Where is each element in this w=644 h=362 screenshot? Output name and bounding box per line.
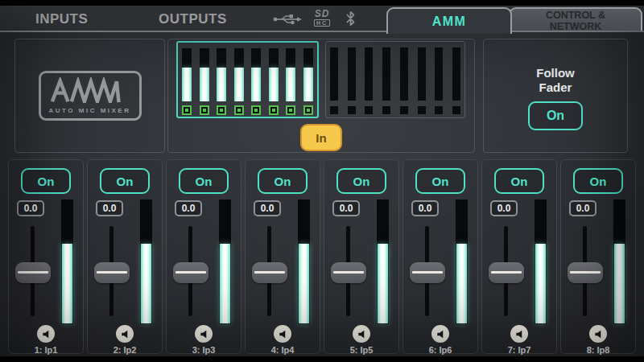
follow-fader-on-button[interactable]: On [528, 101, 583, 130]
gate-open-indicator [269, 105, 279, 115]
amm-meter-bar [200, 48, 209, 101]
control-tab-line1: CONTROL & [546, 10, 605, 21]
follow-fader-label: Follow Fader [484, 66, 627, 95]
channel-label: 6: Ip6 [403, 345, 477, 355]
channel-fader-handle[interactable] [410, 262, 445, 283]
channel-fader-handle[interactable] [331, 262, 366, 283]
amm-meters-panel: In [167, 39, 475, 153]
auto-mic-mixer-logo: AUTO MIC MIXER [39, 71, 142, 121]
gate-off-indicator [365, 106, 373, 114]
mixer-screen: INPUTS OUTPUTS SD HC [0, 6, 644, 356]
channel-gain-value[interactable]: 0.0 [96, 200, 123, 216]
amm-meter-bar-inactive [400, 47, 408, 101]
amm-logo-glyph [48, 77, 132, 103]
speaker-icon[interactable] [116, 325, 134, 343]
channel-fader-handle[interactable] [94, 262, 130, 283]
usb-icon [272, 13, 303, 28]
gate-off-indicator [348, 106, 356, 114]
gate-open-indicator [303, 105, 313, 115]
amm-inactive-meters [325, 41, 465, 118]
follow-fader-line1: Follow [536, 66, 575, 80]
channel-level-meter [61, 200, 73, 324]
amm-meter-bar-inactive [348, 47, 356, 101]
gate-open-indicator [286, 105, 295, 115]
channel-level-meter [219, 200, 231, 324]
gate-open-indicator [251, 105, 261, 115]
amm-in-button[interactable]: In [300, 124, 342, 151]
tab-amm[interactable]: AMM [386, 7, 512, 34]
channel-gain-value[interactable]: 0.0 [490, 200, 518, 216]
channel-strip-5: On 0.0 5: Ip5 [324, 159, 399, 354]
channel-label: 3: Ip3 [167, 345, 241, 355]
channel-level-meter [140, 200, 152, 324]
gate-open-indicator [234, 105, 244, 115]
channel-label: 5: Ip5 [324, 345, 398, 355]
channel-level-meter [377, 200, 389, 324]
follow-fader-box: Follow Fader On [483, 39, 628, 153]
amm-meter-bar-inactive [382, 47, 390, 101]
speaker-icon[interactable] [274, 325, 291, 343]
gate-open-indicator [182, 105, 192, 115]
channel-on-button[interactable]: On [21, 168, 71, 194]
channel-label: 8: Ip8 [561, 345, 635, 355]
sdhc-card-icon: SD HC [310, 9, 334, 27]
tab-control-network[interactable]: CONTROL & NETWORK [509, 7, 642, 31]
amm-meter-bar-inactive [452, 47, 460, 101]
channel-label: 4: Ip4 [246, 345, 320, 355]
gate-off-indicator [435, 106, 443, 114]
channel-on-button[interactable]: On [573, 168, 623, 194]
channel-label: 1: Ip1 [9, 345, 83, 355]
amm-meter-bar-inactive [330, 47, 338, 101]
gate-open-indicator [200, 105, 209, 115]
channel-gain-value[interactable]: 0.0 [569, 200, 597, 216]
channel-level-meter [456, 200, 468, 324]
tab-inputs[interactable]: INPUTS [35, 11, 88, 27]
amm-meter-bar-inactive [435, 47, 443, 101]
speaker-icon[interactable] [589, 325, 607, 343]
channel-gain-value[interactable]: 0.0 [254, 200, 281, 216]
amm-meter-bar [303, 48, 313, 101]
channel-on-button[interactable]: On [415, 168, 465, 194]
gate-off-indicator [418, 106, 426, 114]
amm-meter-bar-inactive [365, 47, 373, 101]
channel-on-button[interactable]: On [494, 168, 544, 194]
channel-label: 7: Ip7 [482, 345, 556, 355]
speaker-icon[interactable] [431, 325, 449, 343]
channel-on-button[interactable]: On [336, 168, 386, 194]
channel-strip-3: On 0.0 3: Ip3 [166, 159, 242, 354]
bluetooth-icon [345, 10, 356, 30]
follow-fader-line2: Fader [539, 80, 572, 94]
gate-open-indicator [217, 105, 226, 115]
channel-strip-1: On 0.0 1: Ip1 [8, 159, 84, 354]
amm-meter-bar [269, 48, 279, 101]
channel-strip-7: On 0.0 7: Ip7 [481, 159, 557, 354]
channel-on-button[interactable]: On [258, 168, 308, 194]
amm-meter-bar [286, 48, 295, 101]
channel-gain-value[interactable]: 0.0 [175, 200, 202, 216]
amm-meter-bar-inactive [418, 47, 426, 101]
amm-meter-bar [217, 48, 226, 101]
channel-gain-value[interactable]: 0.0 [332, 200, 360, 216]
gate-off-indicator [400, 106, 408, 114]
gate-off-indicator [452, 106, 460, 114]
channel-fader-handle[interactable] [489, 262, 524, 283]
speaker-icon[interactable] [353, 325, 370, 343]
control-tab-line2: NETWORK [550, 21, 602, 32]
channel-strip-4: On 0.0 4: Ip4 [245, 159, 320, 354]
speaker-icon[interactable] [37, 325, 55, 343]
channel-gain-value[interactable]: 0.0 [17, 200, 44, 216]
channel-fader-handle[interactable] [568, 262, 603, 283]
tab-outputs[interactable]: OUTPUTS [159, 11, 227, 27]
speaker-icon[interactable] [510, 325, 528, 343]
amm-logo-box: AUTO MIC MIXER [14, 39, 165, 153]
channel-gain-value[interactable]: 0.0 [411, 200, 439, 216]
channel-fader-handle[interactable] [15, 262, 51, 283]
channel-strip-8: On 0.0 8: Ip8 [560, 159, 636, 354]
channel-strips: On 0.0 1: Ip1 On 0.0 2: Ip2 On 0.0 3: Ip… [8, 159, 636, 354]
channel-on-button[interactable]: On [100, 168, 150, 194]
channel-on-button[interactable]: On [179, 168, 229, 194]
speaker-icon[interactable] [195, 325, 213, 343]
amm-meter-bar [251, 48, 261, 101]
channel-fader-handle[interactable] [173, 262, 208, 283]
channel-fader-handle[interactable] [252, 262, 287, 283]
